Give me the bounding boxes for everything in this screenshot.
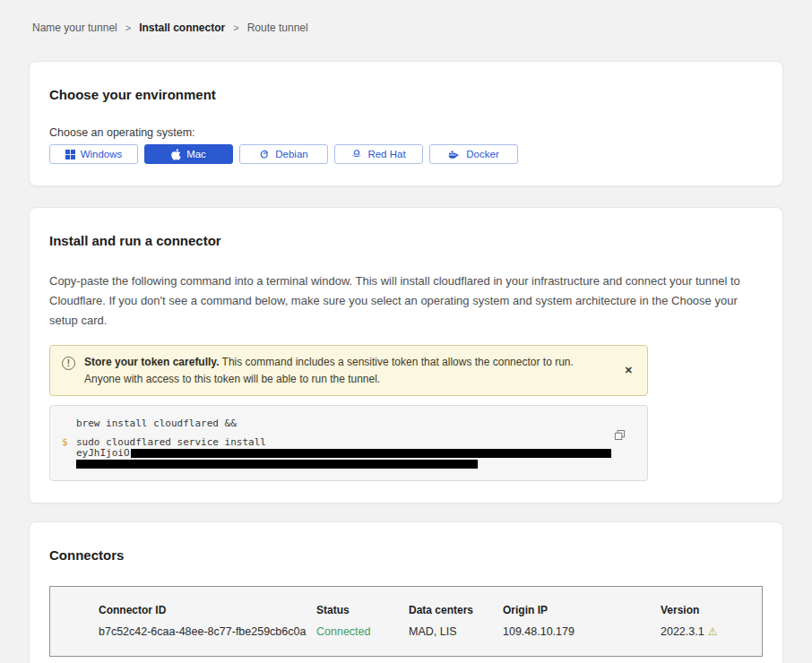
close-icon[interactable]: ✕ xyxy=(621,363,636,378)
column-header-version: Version xyxy=(661,604,744,616)
warning-triangle-icon: ⚠ xyxy=(708,625,718,638)
breadcrumb-install-connector[interactable]: Install connector xyxy=(139,22,225,34)
os-button-debian[interactable]: Debian xyxy=(239,144,328,164)
environment-card-title: Choose your environment xyxy=(49,87,763,102)
breadcrumb-separator: > xyxy=(125,22,131,33)
code-line-brew: brew install cloudflared && xyxy=(76,418,611,428)
token-warning-banner: ! Store your token carefully. This comma… xyxy=(49,345,648,396)
info-circle-icon: ! xyxy=(62,357,75,370)
install-command-code-block: brew install cloudflared && $sudo cloudf… xyxy=(49,405,648,481)
os-button-group: Windows Mac Debian Red Hat xyxy=(49,144,763,164)
apple-icon xyxy=(171,149,181,160)
copy-icon[interactable] xyxy=(614,429,626,441)
table-header-row: Connector ID Status Data centers Origin … xyxy=(99,604,744,616)
redacted-token-bar xyxy=(76,460,478,469)
breadcrumb: Name your tunnel > Install connector > R… xyxy=(29,0,783,34)
token-prefix: eyJhIjoiO xyxy=(76,448,130,458)
status-badge: Connected xyxy=(316,625,409,638)
debian-icon xyxy=(259,149,270,159)
version-value: 2022.3.1⚠ xyxy=(661,625,744,638)
os-button-label: Docker xyxy=(466,149,498,159)
redhat-icon xyxy=(351,149,362,159)
os-button-label: Debian xyxy=(275,149,307,159)
os-select-label: Choose an operating system: xyxy=(49,126,763,139)
token-warning-text: Store your token carefully. This command… xyxy=(84,354,612,387)
origin-ip-value: 109.48.10.179 xyxy=(503,625,661,638)
column-header-data-centers: Data centers xyxy=(409,604,503,616)
table-row: b7c52c42-6caa-48ee-8c77-fbe259cb6c0a Con… xyxy=(99,625,744,638)
breadcrumb-separator: > xyxy=(233,22,238,33)
data-centers-value: MAD, LIS xyxy=(409,625,503,638)
token-warning-title: Store your token carefully. xyxy=(84,356,220,368)
connectors-card: Connectors Connector ID Status Data cent… xyxy=(29,521,783,663)
column-header-connector-id: Connector ID xyxy=(99,604,316,616)
windows-icon xyxy=(65,150,75,159)
connectors-table: Connector ID Status Data centers Origin … xyxy=(49,586,763,657)
os-button-label: Windows xyxy=(81,149,123,159)
column-header-status: Status xyxy=(316,604,409,616)
redacted-token-bar xyxy=(131,449,611,458)
os-button-label: Red Hat xyxy=(367,149,405,159)
breadcrumb-route-tunnel[interactable]: Route tunnel xyxy=(247,22,308,34)
page: Name your tunnel > Install connector > R… xyxy=(0,0,812,663)
code-line-token: eyJhIjoiO xyxy=(76,448,611,458)
os-button-label: Mac xyxy=(186,149,206,159)
column-header-origin-ip: Origin IP xyxy=(503,604,661,616)
os-button-docker[interactable]: Docker xyxy=(429,144,518,164)
code-line-sudo: $sudo cloudflared service install xyxy=(76,437,611,447)
os-button-mac[interactable]: Mac xyxy=(144,144,233,164)
install-card-title: Install and run a connector xyxy=(49,233,763,248)
shell-prompt: $ xyxy=(62,437,68,447)
os-button-redhat[interactable]: Red Hat xyxy=(334,144,423,164)
docker-icon xyxy=(448,150,461,159)
connectors-card-title: Connectors xyxy=(49,547,763,563)
install-card: Install and run a connector Copy-paste t… xyxy=(29,207,783,504)
os-button-windows[interactable]: Windows xyxy=(49,144,138,164)
install-description: Copy-paste the following command into a … xyxy=(49,271,763,331)
breadcrumb-name-your-tunnel[interactable]: Name your tunnel xyxy=(32,22,117,34)
code-line-token-continued xyxy=(76,459,611,469)
connector-id-value: b7c52c42-6caa-48ee-8c77-fbe259cb6c0a xyxy=(99,625,316,638)
environment-card: Choose your environment Choose an operat… xyxy=(29,61,783,186)
